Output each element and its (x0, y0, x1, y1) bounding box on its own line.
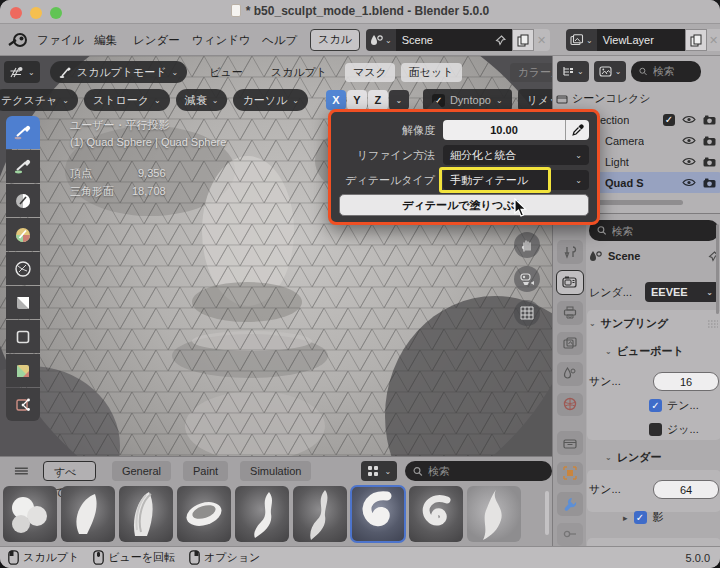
refine-method-dropdown[interactable]: 細分化と統合⌄ (443, 145, 589, 165)
falloff-dropdown[interactable]: 減衰⌄ (176, 89, 228, 111)
outliner-search-input[interactable] (653, 65, 694, 77)
symmetry-z-toggle[interactable]: Z (368, 90, 388, 110)
properties-scrollbar[interactable] (716, 224, 719, 314)
box-face-set-tool[interactable] (6, 354, 40, 387)
viewlayer-new-copy-button[interactable] (685, 29, 707, 51)
render-engine-dropdown[interactable]: EEVEE⌄ (645, 282, 719, 302)
stroke-dropdown[interactable]: ストローク⌄ (84, 89, 170, 111)
resolution-field[interactable]: 10.00 (443, 120, 565, 140)
properties-search[interactable] (589, 220, 719, 241)
tab-scene[interactable] (557, 362, 583, 386)
detail-flood-fill-button[interactable]: ディテールで塗りつぶし (339, 194, 589, 216)
outliner-editor-type-button[interactable]: ⌄ (557, 61, 589, 82)
texture-sphere-tool[interactable] (6, 252, 40, 285)
pin-icon[interactable] (495, 35, 506, 46)
brush-thumb-strips[interactable] (119, 486, 173, 542)
menu-file[interactable]: ファイル (37, 33, 84, 48)
shelf-search-input[interactable] (428, 465, 544, 477)
eye-icon[interactable] (682, 115, 696, 124)
viewport-samples-field[interactable]: 16 (653, 372, 719, 391)
render-subsection-header[interactable]: ⌄レンダー (605, 450, 719, 465)
mode-selector[interactable]: スカルプトモード ⌄ (50, 61, 188, 83)
box-mask-tool[interactable] (6, 286, 40, 319)
scene-browse-button[interactable]: ⌄ (366, 29, 396, 51)
menu-edit[interactable]: 編集 (94, 33, 117, 48)
ortho-grid-button[interactable] (514, 300, 540, 326)
symmetry-y-toggle[interactable]: Y (347, 90, 367, 110)
menu-face-sets[interactable]: 面セット (401, 63, 462, 82)
smooth-brush-tool[interactable] (6, 150, 40, 183)
mask-brush-tool[interactable] (6, 184, 40, 217)
symmetry-more-dropdown[interactable]: ⌄ (389, 90, 409, 110)
draw-brush-tool[interactable] (6, 116, 40, 149)
tab-render[interactable] (557, 271, 583, 295)
shadows-checkbox[interactable]: ✓ (634, 511, 647, 524)
tab-physics[interactable] (557, 523, 583, 547)
viewport-subsection-header[interactable]: ⌄ビューポート (605, 344, 719, 359)
expand-arrow-icon[interactable]: ▸ (623, 513, 628, 523)
eye-icon[interactable] (682, 136, 696, 145)
brush-thumb-pinch[interactable] (467, 486, 521, 542)
menu-help[interactable]: ヘルプ (262, 33, 297, 48)
shelf-tab-general[interactable]: General (112, 461, 171, 481)
outliner-search[interactable] (631, 61, 701, 82)
temporal-checkbox[interactable]: ✓ (649, 399, 662, 412)
tab-output[interactable] (557, 301, 583, 325)
camera-view-button[interactable] (514, 266, 540, 292)
paint-brush-tool[interactable] (6, 218, 40, 251)
camera-render-icon[interactable] (703, 157, 716, 167)
brush-thumb-snake-hook-selected[interactable] (351, 486, 405, 542)
menu-color-attribute[interactable]: カラー属性 (510, 63, 552, 82)
workspace-tab-sculpt[interactable]: スカル (310, 29, 360, 51)
tab-object[interactable] (557, 462, 583, 486)
box-hide-tool[interactable] (6, 320, 40, 353)
camera-render-icon[interactable] (703, 178, 716, 188)
jitter-checkbox[interactable] (649, 423, 662, 436)
brush-thumb-clay[interactable] (61, 486, 115, 542)
collection-exclude-checkbox[interactable]: ✓ (663, 114, 675, 126)
menu-render[interactable]: レンダー (133, 33, 180, 48)
camera-render-icon[interactable] (703, 136, 716, 146)
viewlayer-remove-button[interactable]: ✕ (707, 29, 720, 51)
outliner-row-scene-collection[interactable]: シーンコレクシ (553, 88, 720, 109)
eyedropper-button[interactable] (565, 120, 589, 140)
titlebar[interactable]: * b50_sculpt_mode_1.blend - Blender 5.0.… (0, 0, 720, 24)
tab-world[interactable] (557, 393, 583, 417)
scene-unlink-button[interactable]: ✕ (534, 29, 550, 51)
trim-box-tool[interactable] (6, 388, 40, 421)
shelf-tab-paint[interactable]: Paint (183, 461, 228, 481)
scene-name-field[interactable]: Scene (396, 29, 512, 51)
editor-type-button[interactable]: ⌄ (4, 61, 40, 83)
brush-thumb-swoosh[interactable] (235, 486, 289, 542)
shelf-search[interactable] (405, 461, 552, 481)
outliner-h-scrollbar[interactable] (591, 200, 683, 205)
symmetry-x-toggle[interactable]: X (326, 90, 346, 110)
shelf-display-mode-button[interactable]: ⌄ (361, 461, 397, 481)
pan-view-button[interactable] (514, 232, 540, 258)
shelf-scrollbar[interactable] (545, 491, 549, 535)
menu-mask[interactable]: マスク (345, 63, 395, 82)
scene-new-copy-button[interactable] (512, 29, 534, 51)
camera-render-icon[interactable] (703, 115, 716, 125)
outliner-display-mode-button[interactable]: ⌄ (594, 61, 627, 82)
eye-icon[interactable] (682, 157, 696, 166)
menu-view[interactable]: ビュー (205, 65, 247, 80)
sampling-section-header[interactable]: ⌄サンプリング (589, 316, 719, 331)
blender-logo-icon[interactable] (8, 32, 28, 48)
properties-search-input[interactable] (612, 225, 711, 237)
texture-dropdown[interactable]: テクスチャ⌄ (0, 89, 78, 111)
detail-type-dropdown[interactable]: 手動ディテール⌄ (443, 170, 589, 190)
tab-collection[interactable] (557, 431, 583, 455)
shelf-tab-all[interactable]: すべて (43, 461, 96, 481)
menu-sculpt[interactable]: スカルプト (267, 65, 331, 80)
render-samples-field[interactable]: 64 (653, 480, 719, 499)
menu-window[interactable]: ウィンドウ (192, 33, 251, 48)
brush-thumb-curl[interactable] (409, 486, 463, 542)
shelf-handle-icon[interactable] (14, 466, 29, 476)
tab-view-layer[interactable] (557, 332, 583, 356)
remesh-dropdown[interactable]: リメッ (518, 89, 552, 111)
cursor-dropdown[interactable]: カーソル⌄ (233, 89, 307, 111)
brush-thumb-snake-thin[interactable] (293, 486, 347, 542)
tab-tool[interactable] (557, 240, 583, 264)
tab-modifiers[interactable] (557, 492, 583, 516)
